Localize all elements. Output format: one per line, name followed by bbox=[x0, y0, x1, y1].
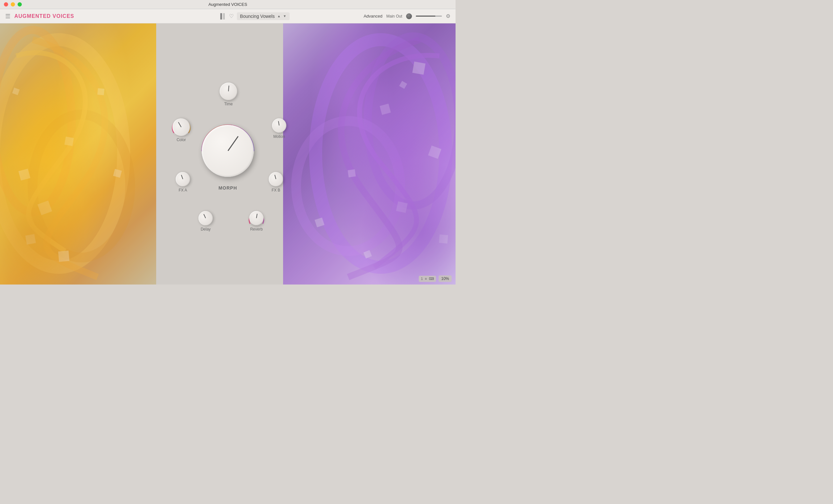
reverb-label: Reverb bbox=[250, 227, 263, 231]
svg-rect-9 bbox=[58, 251, 70, 262]
fxa-knob[interactable] bbox=[174, 170, 192, 188]
svg-point-13 bbox=[296, 121, 400, 251]
page-number-icon[interactable]: 1 bbox=[421, 277, 423, 281]
advanced-button[interactable]: Advanced bbox=[363, 14, 382, 19]
left-artwork bbox=[0, 23, 156, 284]
reverb-knob-container: Reverb bbox=[249, 211, 264, 231]
left-art-svg bbox=[0, 23, 156, 284]
volume-slider[interactable] bbox=[416, 16, 442, 17]
svg-rect-5 bbox=[38, 201, 52, 215]
time-knob-container: Time bbox=[220, 82, 237, 106]
library-icon[interactable]: ▐║ bbox=[218, 13, 226, 19]
keyboard-icon[interactable]: ⌨ bbox=[429, 277, 434, 281]
main-out-label: Main Out bbox=[386, 14, 402, 19]
minimize-button[interactable] bbox=[11, 2, 15, 6]
title-bar: Augmented VOICES bbox=[0, 0, 456, 9]
list-icon[interactable]: ≡ bbox=[425, 277, 427, 281]
close-button[interactable] bbox=[4, 2, 8, 6]
delay-knob-container: Delay bbox=[198, 211, 213, 231]
controls-area: Time bbox=[160, 76, 296, 232]
color-knob-container: Color bbox=[172, 118, 190, 142]
svg-rect-20 bbox=[439, 234, 448, 244]
svg-rect-19 bbox=[315, 218, 325, 227]
fxa-label: FX A bbox=[178, 188, 187, 193]
svg-rect-15 bbox=[380, 104, 391, 115]
status-icons-container: 1 ≡ ⌨ bbox=[419, 276, 436, 282]
svg-point-2 bbox=[32, 115, 130, 257]
status-bar: 1 ≡ ⌨ 10% bbox=[419, 275, 452, 282]
svg-rect-18 bbox=[396, 201, 408, 213]
svg-rect-10 bbox=[12, 87, 20, 95]
app-name: AUGMENTED VOICES bbox=[14, 13, 74, 19]
fxb-knob[interactable] bbox=[267, 170, 285, 188]
svg-point-1 bbox=[0, 30, 72, 212]
time-knob[interactable] bbox=[219, 82, 238, 101]
svg-rect-6 bbox=[97, 88, 104, 95]
svg-rect-16 bbox=[428, 145, 441, 159]
svg-rect-3 bbox=[19, 169, 30, 181]
zoom-display[interactable]: 10% bbox=[438, 275, 452, 282]
time-label: Time bbox=[224, 102, 233, 106]
hamburger-icon[interactable]: ☰ bbox=[5, 13, 10, 20]
preset-name: Bouncing Vowels bbox=[240, 14, 275, 19]
svg-rect-17 bbox=[348, 170, 356, 178]
morph-knob-container: MORPH bbox=[195, 118, 260, 191]
zoom-value: 10% bbox=[441, 276, 449, 281]
svg-rect-22 bbox=[399, 81, 407, 89]
volume-knob[interactable] bbox=[406, 13, 412, 19]
morph-label: MORPH bbox=[218, 185, 237, 191]
motion-label: Motion bbox=[273, 134, 285, 139]
toolbar-center: ▐║ ♡ Bouncing Vowels ▲ ▼ bbox=[218, 12, 290, 20]
delay-label: Delay bbox=[201, 227, 211, 231]
color-label: Color bbox=[177, 137, 186, 142]
prev-preset-button[interactable]: ▲ bbox=[277, 14, 281, 18]
morph-outer bbox=[195, 118, 260, 183]
motion-knob[interactable] bbox=[271, 117, 288, 134]
svg-rect-8 bbox=[113, 169, 122, 178]
morph-knob[interactable] bbox=[202, 125, 254, 177]
fxa-knob-container: FX A bbox=[176, 172, 190, 193]
delay-knob[interactable] bbox=[196, 208, 215, 227]
svg-rect-21 bbox=[363, 250, 372, 258]
settings-icon[interactable]: ⚙ bbox=[446, 13, 450, 19]
svg-rect-14 bbox=[412, 61, 426, 75]
svg-point-12 bbox=[368, 36, 456, 205]
toolbar: ☰ AUGMENTED VOICES ▐║ ♡ Bouncing Vowels … bbox=[0, 9, 456, 23]
main-content: Time bbox=[0, 23, 456, 284]
traffic-lights bbox=[4, 2, 22, 6]
svg-point-0 bbox=[0, 40, 124, 267]
svg-point-11 bbox=[316, 40, 446, 267]
center-panel: Time bbox=[146, 23, 309, 284]
favorite-icon[interactable]: ♡ bbox=[229, 13, 234, 19]
next-preset-button[interactable]: ▼ bbox=[283, 14, 286, 18]
svg-rect-7 bbox=[25, 234, 36, 245]
preset-selector[interactable]: Bouncing Vowels ▲ ▼ bbox=[237, 12, 290, 20]
window-title: Augmented VOICES bbox=[208, 2, 247, 7]
motion-knob-container: Motion bbox=[272, 118, 286, 139]
svg-rect-4 bbox=[65, 136, 74, 146]
toolbar-right: Advanced Main Out ⚙ bbox=[363, 13, 450, 19]
fxb-knob-container: FX B bbox=[269, 172, 283, 193]
maximize-button[interactable] bbox=[18, 2, 22, 6]
fxb-label: FX B bbox=[272, 188, 281, 193]
